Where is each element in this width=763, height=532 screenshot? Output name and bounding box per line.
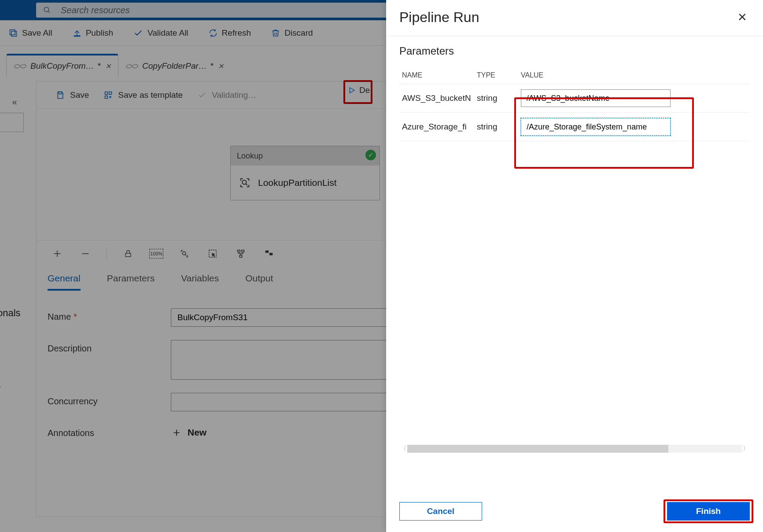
svg-rect-7 (109, 92, 112, 94)
collapse-sidebar-button[interactable]: « (6, 93, 23, 110)
remove-icon[interactable] (78, 247, 92, 261)
refresh-icon (209, 29, 217, 37)
table-row: AWS_S3_bucketN string (399, 84, 750, 113)
svg-line-10 (246, 184, 247, 185)
auto-layout-icon[interactable] (234, 247, 248, 261)
save-all-button[interactable]: Save All (9, 28, 52, 38)
template-icon (104, 91, 113, 100)
cancel-button[interactable]: Cancel (399, 502, 482, 521)
param-name: AWS_S3_bucketN (399, 84, 474, 113)
scroll-right-icon[interactable]: 〉 (742, 445, 750, 453)
divider (386, 36, 763, 36)
file-tab-copyfolder[interactable]: ⬭⬭ CopyFolderPar… * ✕ (118, 55, 231, 77)
validate-all-button[interactable]: Validate All (133, 28, 188, 38)
pipeline-icon: ⬭⬭ (14, 62, 26, 70)
success-status-icon: ✓ (365, 150, 376, 160)
validating-label: Validating… (212, 90, 256, 100)
name-label: Name * (48, 308, 171, 322)
activity-lookup[interactable]: Lookup ✓ LookupPartitionList (230, 146, 380, 200)
refresh-button[interactable]: Refresh (209, 28, 251, 38)
sidebar-text-fragment: r (0, 383, 0, 395)
svg-rect-19 (238, 250, 240, 252)
save-button[interactable]: Save (56, 90, 89, 100)
validate-all-label: Validate All (147, 28, 188, 38)
concurrency-label: Concurrency (48, 393, 171, 406)
svg-rect-3 (11, 31, 17, 36)
description-label: Description (48, 340, 171, 354)
pipeline-icon: ⬭⬭ (125, 62, 138, 70)
table-row: Azure_Storage_fi string (399, 113, 750, 141)
pipeline-run-drawer: Pipeline Run ✕ Parameters NAME TYPE VALU… (386, 0, 763, 532)
close-icon[interactable]: ✕ (105, 62, 111, 70)
alignment-icon[interactable] (262, 247, 276, 261)
close-icon[interactable]: ✕ (735, 8, 750, 27)
select-icon[interactable] (206, 247, 220, 261)
scroll-left-icon[interactable]: 〈 (399, 445, 407, 453)
validate-icon (133, 28, 143, 38)
detail-tabs: General Parameters Variables Output (48, 273, 273, 291)
horizontal-scrollbar[interactable]: 〈 〉 (399, 445, 750, 453)
debug-button-highlight (343, 80, 372, 104)
close-icon[interactable]: ✕ (218, 62, 224, 70)
plus-icon: ＋ (171, 425, 182, 440)
svg-rect-5 (59, 92, 62, 94)
save-as-template-button[interactable]: Save as template (104, 90, 183, 100)
scroll-thumb[interactable] (407, 445, 668, 453)
activity-body: LookupPartitionList (231, 166, 380, 200)
svg-rect-2 (10, 30, 15, 35)
col-header-value: VALUE (518, 67, 750, 84)
col-header-type: TYPE (474, 67, 518, 84)
save-all-label: Save All (22, 28, 52, 38)
svg-line-17 (185, 254, 187, 255)
validating-status: Validating… (198, 90, 256, 100)
refresh-label: Refresh (222, 28, 251, 38)
tab-variables[interactable]: Variables (181, 273, 219, 291)
finish-button[interactable]: Finish (667, 502, 750, 521)
lock-icon[interactable] (121, 247, 135, 261)
discard-all-button[interactable]: Discard (271, 28, 313, 38)
annotations-label: Annotations (48, 425, 171, 438)
param-type: string (474, 84, 518, 113)
col-header-name: NAME (399, 67, 474, 84)
app-logo-block (0, 0, 34, 20)
publish-icon (73, 29, 81, 37)
search-icon (43, 6, 51, 14)
activity-header: Lookup ✓ (231, 146, 380, 166)
tab-general[interactable]: General (48, 273, 81, 291)
file-tab-label: CopyFolderPar… (142, 61, 207, 71)
zoom-fit-icon[interactable] (177, 247, 192, 261)
svg-rect-20 (242, 250, 244, 252)
new-label: New (188, 427, 206, 438)
activity-name-label: LookupPartitionList (258, 177, 337, 188)
param-value-input[interactable] (521, 118, 671, 136)
file-tab-bulkcopy[interactable]: ⬭⬭ BulkCopyFrom… * ✕ (6, 55, 118, 77)
publish-button[interactable]: Publish (73, 28, 113, 38)
svg-rect-8 (105, 96, 108, 98)
discard-all-label: Discard (284, 28, 313, 38)
svg-rect-21 (240, 255, 242, 257)
svg-rect-4 (74, 35, 80, 36)
svg-point-16 (182, 251, 185, 255)
svg-rect-15 (125, 253, 131, 257)
drawer-subtitle: Parameters (399, 45, 750, 57)
tab-output[interactable]: Output (245, 273, 273, 291)
add-icon[interactable] (50, 247, 64, 261)
activity-type-label: Lookup (237, 151, 263, 161)
param-type: string (474, 113, 518, 141)
svg-rect-6 (105, 92, 108, 94)
save-all-icon (9, 29, 18, 37)
svg-line-1 (48, 11, 50, 13)
svg-rect-23 (269, 253, 273, 255)
zoom-100-icon[interactable]: 100% (149, 249, 163, 259)
dirty-indicator: * (98, 61, 101, 71)
sidebar-text-fragment: onals (0, 307, 21, 319)
save-label: Save (70, 90, 89, 100)
sidebar-stub (0, 113, 24, 132)
tab-parameters[interactable]: Parameters (107, 273, 155, 291)
file-tab-label: BulkCopyFrom… (30, 61, 94, 71)
save-icon (56, 91, 65, 100)
new-annotation-button[interactable]: ＋ New (171, 425, 206, 440)
scroll-track[interactable] (407, 445, 742, 453)
param-value-input[interactable] (521, 89, 671, 107)
drawer-title: Pipeline Run (399, 9, 479, 26)
